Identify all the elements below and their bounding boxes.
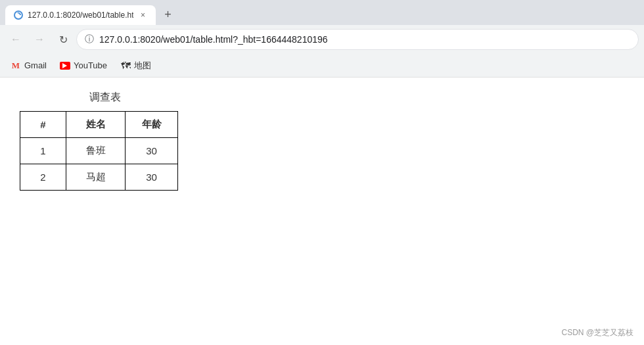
bookmarks-bar: M Gmail YouTube 🗺 地图 [0,54,644,78]
tab-close-button[interactable]: × [137,10,148,20]
table-row: 2马超30 [20,164,178,191]
header-num: # [20,112,66,138]
address-bar[interactable]: ⓘ 127.0.0.1:8020/web01/table.html?_hbt=1… [76,29,639,50]
maps-icon: 🗺 [121,60,131,71]
active-tab[interactable]: 127.0.0.1:8020/web01/table.ht × [5,5,156,25]
bookmark-gmail[interactable]: M Gmail [5,58,52,74]
survey-table: # 姓名 年龄 1鲁班302马超30 [20,111,178,191]
bookmark-youtube[interactable]: YouTube [55,58,112,74]
gmail-icon: M [12,60,20,71]
browser-chrome: 127.0.0.1:8020/web01/table.ht × + ← → ↻ … [0,0,644,78]
youtube-icon [60,62,70,70]
back-button[interactable]: ← [5,29,26,50]
cell-1-0: 2 [20,164,66,191]
table-row: 1鲁班30 [20,138,178,164]
new-tab-button[interactable]: + [158,5,177,24]
forward-button[interactable]: → [29,29,50,50]
header-name: 姓名 [66,112,126,138]
youtube-label: YouTube [74,60,107,70]
refresh-button[interactable]: ↻ [53,29,74,50]
cell-0-1: 鲁班 [66,138,126,164]
tab-favicon [13,10,24,20]
table-header-row: # 姓名 年龄 [20,112,178,138]
security-icon: ⓘ [85,34,94,45]
address-text: 127.0.0.1:8020/web01/table.html?_hbt=166… [99,34,630,45]
cell-0-2: 30 [126,138,178,164]
cell-1-1: 马超 [66,164,126,191]
cell-0-0: 1 [20,138,66,164]
navigation-bar: ← → ↻ ⓘ 127.0.0.1:8020/web01/table.html?… [0,25,644,54]
header-age: 年龄 [126,112,178,138]
tab-bar: 127.0.0.1:8020/web01/table.ht × + [0,0,644,25]
youtube-favicon [60,60,70,71]
survey-title: 调查表 [20,91,191,104]
gmail-favicon: M [11,60,21,71]
maps-favicon: 🗺 [120,60,131,71]
page-content: 调查表 # 姓名 年龄 1鲁班302马超30 [0,78,644,275]
tab-title: 127.0.0.1:8020/web01/table.ht [28,11,133,20]
cell-1-2: 30 [126,164,178,191]
gmail-label: Gmail [24,60,47,70]
bookmark-maps[interactable]: 🗺 地图 [115,57,156,74]
maps-label: 地图 [134,60,151,72]
